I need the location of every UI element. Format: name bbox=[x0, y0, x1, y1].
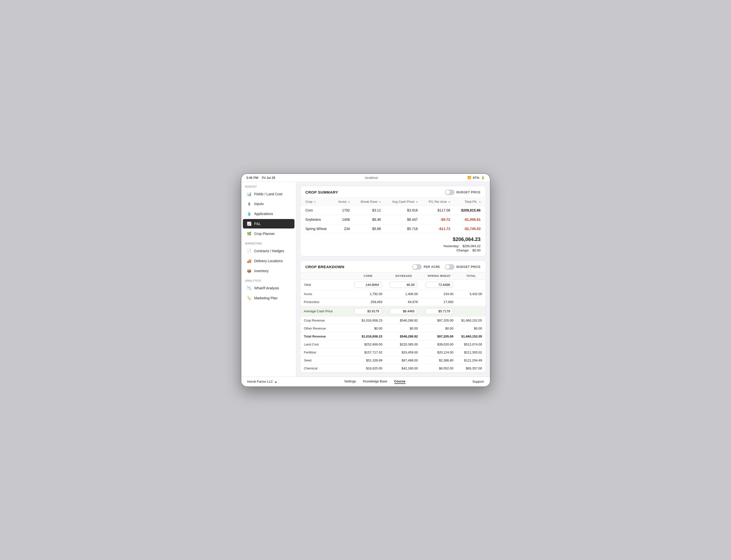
knowledge-base-link[interactable]: Knowledge Base bbox=[363, 379, 387, 384]
corn-cell: $51,329.69 bbox=[350, 356, 386, 364]
spring-wheat-input[interactable] bbox=[426, 308, 453, 314]
breakdown-row: Other Revenue $0.00 $0.00 $0.00 $0.00 bbox=[300, 324, 486, 332]
breakdown-row-label: Production bbox=[300, 298, 350, 306]
breakdown-budget-toggle[interactable] bbox=[445, 264, 455, 270]
soybeans-input[interactable] bbox=[390, 282, 417, 288]
sidebar-item-applications[interactable]: 💧 Applications bbox=[243, 209, 294, 219]
breakdown-row-label: Average Cash Price bbox=[300, 306, 350, 316]
breakdown-row: Acres 1,792.00 1,406.00 234.00 3,432.00 bbox=[300, 290, 486, 298]
crop-name: Corn bbox=[300, 206, 333, 215]
soybeans-cell[interactable] bbox=[386, 279, 421, 290]
breakdown-row-label: Seed bbox=[300, 356, 350, 364]
soybeans-input[interactable] bbox=[390, 308, 417, 314]
sidebar-section-budget: BUDGET bbox=[241, 182, 296, 189]
crop-planner-icon: 🌿 bbox=[247, 231, 252, 236]
sidebar-section-analytics: ANALYTICS bbox=[241, 276, 296, 283]
sidebar-item-marketing-plan[interactable]: 🏷️ Marketing Plan bbox=[243, 293, 294, 303]
sidebar-item-pl[interactable]: 📈 P&L bbox=[243, 219, 294, 228]
soybeans-cell[interactable] bbox=[386, 306, 421, 316]
spring-wheat-cell: $6,552.00 bbox=[421, 364, 457, 372]
crop-summary-card: CROP SUMMARY BUDGET PRICE Crop ⇅ bbox=[300, 186, 486, 256]
applications-icon: 💧 bbox=[247, 212, 252, 216]
sidebar-item-fields[interactable]: 📊 Fields / Land Cost bbox=[243, 189, 294, 199]
col-total-pl[interactable]: Total P/L ⇅ bbox=[455, 198, 486, 206]
soybeans-cell: $33,459.00 bbox=[386, 348, 421, 356]
avg-cash-price-value: $3.918 bbox=[386, 206, 423, 215]
spring-wheat-cell: 234.00 bbox=[421, 290, 457, 298]
breakdown-row-label: Land Cost bbox=[300, 340, 350, 348]
sidebar-item-inventory[interactable]: 📦 Inventory bbox=[243, 266, 294, 276]
total-cell: $1,660,152.05 bbox=[457, 332, 486, 340]
battery-icon: 🔋 bbox=[481, 176, 485, 180]
fields-icon: 📊 bbox=[247, 192, 252, 196]
col-acres[interactable]: Acres ⇅ bbox=[332, 198, 355, 206]
acres-value: 1406 bbox=[332, 215, 355, 224]
sidebar-item-crop-planner[interactable]: 🌿 Crop Planner bbox=[243, 229, 294, 238]
budget-price-toggle[interactable] bbox=[445, 190, 455, 195]
budget-price-toggle-group: BUDGET PRICE bbox=[445, 190, 481, 195]
corn-cell[interactable] bbox=[350, 279, 386, 290]
breakdown-toggles: PER ACRE BUDGET PRICE bbox=[412, 264, 481, 270]
status-bar: 3:46 PM Fri Jul 26 localhost 📶 87% 🔋 bbox=[241, 174, 490, 182]
chevron-up-icon: ▲ bbox=[274, 380, 277, 383]
sort-icon-crop: ⇅ bbox=[314, 201, 316, 203]
soybeans-cell: 1,406.00 bbox=[386, 290, 421, 298]
whatif-icon: 📉 bbox=[247, 286, 252, 290]
total-cell: $512,074.00 bbox=[457, 340, 486, 348]
breakdown-row-label: Fertilizer bbox=[300, 348, 350, 356]
spring-wheat-input[interactable] bbox=[426, 282, 453, 288]
firm-name-section[interactable]: Horob Farms LLC ▲ bbox=[247, 380, 277, 383]
breakdown-col-corn: CORN bbox=[350, 272, 386, 280]
col-break-even[interactable]: Break Even ⇅ bbox=[355, 198, 386, 206]
corn-cell[interactable] bbox=[350, 306, 386, 316]
spring-wheat-cell: $2,386.80 bbox=[421, 356, 457, 364]
breakdown-row: Average Cash Price bbox=[300, 306, 486, 316]
pl-per-acre-value: -$0.72 bbox=[423, 215, 455, 224]
table-row: Soybeans 1406 $8.46 $8.447 -$0.72 -$1,00… bbox=[300, 215, 486, 224]
table-row: Spring Wheat 234 $5.88 $5.718 -$11.73 -$… bbox=[300, 224, 486, 233]
total-cell: $211,300.02 bbox=[457, 348, 486, 356]
corn-input[interactable] bbox=[354, 308, 382, 314]
course-link[interactable]: Course bbox=[394, 379, 406, 384]
breakdown-row-label: Yield bbox=[300, 279, 350, 290]
col-avg-cash-price[interactable]: Avg Cash Price ⇅ bbox=[386, 198, 423, 206]
breakdown-col-spring-wheat: SPRING WHEAT bbox=[421, 272, 457, 280]
spring-wheat-cell: $39,020.00 bbox=[421, 340, 457, 348]
sidebar-item-contracts[interactable]: 📄 Contracts / Hedges bbox=[243, 246, 294, 256]
status-time: 3:46 PM bbox=[246, 176, 258, 180]
corn-input[interactable] bbox=[354, 282, 382, 288]
crop-summary-header: CROP SUMMARY BUDGET PRICE bbox=[300, 186, 486, 198]
acres-value: 1792 bbox=[332, 206, 355, 215]
sidebar-item-delivery[interactable]: 🚚 Delivery Locations bbox=[243, 256, 294, 266]
col-crop[interactable]: Crop ⇅ bbox=[300, 198, 333, 206]
status-right: 📶 87% 🔋 bbox=[468, 176, 485, 180]
total-cell bbox=[457, 279, 486, 290]
spring-wheat-cell: 17,000 bbox=[421, 298, 457, 306]
corn-cell: $1,016,658.23 bbox=[350, 316, 386, 324]
avg-cash-price-value: $8.447 bbox=[386, 215, 423, 224]
breakdown-row-label: Chemical bbox=[300, 364, 350, 372]
battery-indicator: 87% bbox=[473, 176, 479, 180]
corn-cell: $252,669.00 bbox=[350, 340, 386, 348]
wifi-icon: 📶 bbox=[468, 176, 471, 179]
total-cell: 3,432.00 bbox=[457, 290, 486, 298]
bottom-bar: Horob Farms LLC ▲ Settings Knowledge Bas… bbox=[241, 377, 490, 386]
main-content: CROP SUMMARY BUDGET PRICE Crop ⇅ bbox=[296, 182, 490, 377]
break-even-value: $8.46 bbox=[355, 215, 386, 224]
spring-wheat-cell: $0.00 bbox=[421, 324, 457, 332]
soybeans-cell: 64,676 bbox=[386, 298, 421, 306]
spring-wheat-cell[interactable] bbox=[421, 306, 457, 316]
soybeans-cell: $67,488.00 bbox=[386, 356, 421, 364]
per-acre-toggle[interactable] bbox=[412, 264, 422, 270]
breakdown-col-total: TOTAL bbox=[457, 272, 486, 280]
spring-wheat-cell[interactable] bbox=[421, 279, 457, 290]
acres-value: 234 bbox=[332, 224, 355, 233]
col-pl-per-acre[interactable]: P/L Per Acre ⇅ bbox=[423, 198, 455, 206]
crop-name: Spring Wheat bbox=[300, 224, 333, 233]
break-even-value: $5.88 bbox=[355, 224, 386, 233]
settings-link[interactable]: Settings bbox=[344, 379, 356, 384]
support-link[interactable]: Support bbox=[473, 380, 484, 383]
total-cell: $121,204.49 bbox=[457, 356, 486, 364]
sidebar-item-whatif[interactable]: 📉 What/If Analysis bbox=[243, 283, 294, 293]
sidebar-item-inputs[interactable]: $ Inputs bbox=[243, 199, 294, 209]
